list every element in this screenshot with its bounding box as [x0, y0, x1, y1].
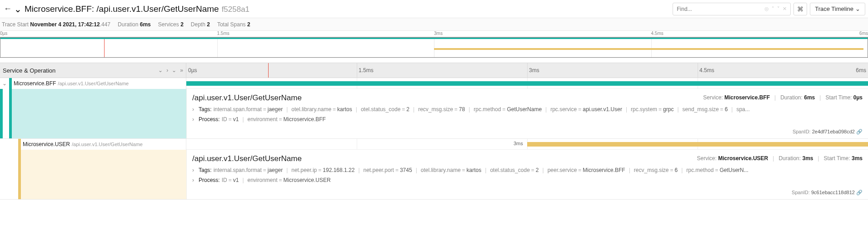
process-toggle[interactable]: › [192, 177, 199, 183]
tags-list: internal.span.format=jaeger|net.peer.ip=… [214, 167, 748, 173]
kv-pair: rpc.method=GetUserName [474, 106, 542, 113]
minimap-body [0, 37, 868, 58]
duration-stat: Duration 6ms [118, 21, 151, 28]
timeline-tick: 6ms [856, 67, 866, 74]
timeline-tick: 4.5ms [699, 67, 714, 74]
span-row-left: ⌄ Microservice.BFF /api.user.v1.User/Get… [0, 78, 186, 89]
kv-pair: otel.library.name=kartos [291, 106, 352, 113]
chevron-down-icon: ⌄ [855, 5, 860, 12]
kv-pair: environment=Microservice.USER [248, 177, 331, 183]
tags-toggle[interactable]: › [192, 167, 199, 173]
kv-pair: ID=v1 [222, 116, 239, 123]
detail-fill [21, 150, 186, 199]
minimap-viewport[interactable] [0, 37, 868, 58]
trace-title: Microservice.BFF: /api.user.v1.User/GetU… [25, 4, 673, 14]
operation-name: /api.user.v1.User/GetUserName [70, 142, 143, 147]
process-toggle[interactable]: › [192, 116, 199, 123]
kv-pair: peer.service=Microservice.BFF [548, 167, 625, 173]
find-box[interactable]: ◎ ˄ ˅ ✕ [673, 3, 791, 15]
trace-stats: Trace Start November 4 2021, 17:42:12.44… [0, 18, 868, 31]
kv-pair: ID=v1 [222, 177, 239, 183]
trace-hash: f5258a1 [222, 5, 249, 14]
header-right: ◎ ˄ ˅ ✕ ⌘ Trace Timeline ⌄ [673, 3, 865, 15]
service-name: Microservice.BFF [12, 80, 56, 87]
kv-pair: internal.span.format=jaeger [214, 106, 283, 113]
expand-one-icon[interactable]: › [166, 67, 168, 74]
process-list: ID=v1|environment=Microservice.USER [222, 177, 331, 183]
kv-pair: internal.span.format=jaeger [214, 167, 283, 173]
kv-pair: environment=Microservice.BFF [248, 116, 326, 123]
service-operation-title: Service & Operation [3, 67, 158, 74]
tags-toggle[interactable]: › [192, 106, 199, 113]
span-bar[interactable] [186, 81, 868, 86]
span-detail-right: /api.user.v1.User/GetUserName Service: M… [186, 89, 868, 138]
timeline-tick: 3ms [529, 67, 539, 74]
operation-name: /api.user.v1.User/GetUserName [56, 81, 129, 86]
find-input[interactable] [677, 6, 764, 12]
kv-pair: spa... [736, 106, 749, 113]
minimap-tick: 1.5ms [217, 31, 229, 36]
span-row-left: Microservice.USER /api.user.v1.User/GetU… [0, 139, 186, 150]
tags-line: › Tags: internal.span.format=jaeger|otel… [192, 106, 863, 113]
kv-pair: recv_msg.size=6 [634, 167, 678, 173]
kv-pair: otel.library.name=kartos [421, 167, 482, 173]
tags-list: internal.span.format=jaeger|otel.library… [214, 106, 750, 113]
timeline-grid [698, 63, 698, 78]
chevron-up-icon[interactable]: ˄ [772, 6, 774, 12]
trace-timeline-dropdown[interactable]: Trace Timeline ⌄ [810, 3, 865, 15]
find-controls: ◎ ˄ ˅ ✕ [764, 6, 787, 12]
collapse-one-icon[interactable]: ⌄ [172, 67, 176, 74]
process-line: › Process: ID=v1|environment=Microservic… [192, 116, 863, 123]
keyboard-shortcuts-button[interactable]: ⌘ [793, 3, 807, 15]
minimap-tick: 0µs [0, 31, 7, 36]
timeline-tick: 1.5ms [359, 67, 374, 74]
kv-pair: rpc.system=grpc [631, 106, 673, 113]
span-toggle[interactable]: ⌄ [0, 80, 9, 87]
kv-pair: net.peer.port=3745 [364, 167, 412, 173]
collapse-all-icon[interactable]: ⌄ [158, 67, 163, 74]
span-detail-left [0, 150, 186, 199]
indent-spacer [0, 150, 9, 199]
minimap-ticks: 0µs 1.5ms 3ms 4.5ms 6ms [0, 31, 868, 37]
minimap-tick: 4.5ms [651, 31, 663, 36]
kv-pair: otel.status_code=2 [490, 167, 539, 173]
total-spans-stat: Total Spans 2 [217, 21, 250, 28]
link-icon[interactable]: 🔗 [856, 190, 863, 195]
process-list: ID=v1|environment=Microservice.BFF [222, 116, 326, 123]
back-button[interactable]: ← [3, 4, 13, 14]
indent-spacer [9, 150, 18, 199]
indent-spacer [0, 89, 9, 138]
close-icon[interactable]: ✕ [783, 6, 787, 12]
kv-pair: send_msg.size=6 [683, 106, 728, 113]
span-row-right[interactable] [186, 78, 868, 89]
expand-all-icon[interactable]: » [180, 67, 183, 74]
kv-pair: net.peer.ip=192.168.1.22 [291, 167, 354, 173]
columns-header: Service & Operation ⌄ › ⌄ » 0µs 1.5ms 3m… [0, 63, 868, 78]
span-row[interactable]: Microservice.USER /api.user.v1.User/GetU… [0, 139, 868, 150]
span-bar[interactable] [527, 142, 868, 147]
kv-pair: rpc.method=GetUserN... [686, 167, 748, 173]
tree-controls: ⌄ › ⌄ » [158, 67, 183, 74]
span-detail: /api.user.v1.User/GetUserName Service: M… [0, 150, 868, 199]
span-detail-left [0, 89, 186, 138]
kv-pair: recv_msg.size=78 [418, 106, 465, 113]
header-bar: ← ⌄ Microservice.BFF: /api.user.v1.User/… [0, 0, 868, 18]
columns-right-header: 0µs 1.5ms 3ms 4.5ms 6ms [186, 63, 868, 78]
trace-timeline-label: Trace Timeline [815, 5, 853, 12]
span-row-right[interactable]: 3ms [186, 139, 868, 150]
minimap[interactable]: 0µs 1.5ms 3ms 4.5ms 6ms [0, 31, 868, 58]
collapse-toggle[interactable]: ⌄ [13, 4, 23, 15]
span-block-bff: ⌄ Microservice.BFF /api.user.v1.User/Get… [0, 78, 868, 139]
chevron-down-icon[interactable]: ˅ [777, 6, 780, 12]
timeline-grid [527, 63, 528, 78]
span-row[interactable]: ⌄ Microservice.BFF /api.user.v1.User/Get… [0, 78, 868, 89]
spanid-row: SpanID: 9c61ebacc118d812 🔗 [192, 190, 863, 196]
minimap-tick: 6ms [859, 31, 868, 36]
span-detail-right: /api.user.v1.User/GetUserName Service: M… [186, 150, 868, 199]
link-icon[interactable]: 🔗 [856, 129, 863, 134]
columns-left-header: Service & Operation ⌄ › ⌄ » [0, 63, 186, 78]
timeline-grid [357, 63, 357, 78]
target-icon[interactable]: ◎ [764, 6, 769, 12]
trace-start: Trace Start November 4 2021, 17:42:12.44… [2, 21, 110, 28]
span-detail-meta: Service: Microservice.USER | Duration: 3… [697, 155, 863, 162]
